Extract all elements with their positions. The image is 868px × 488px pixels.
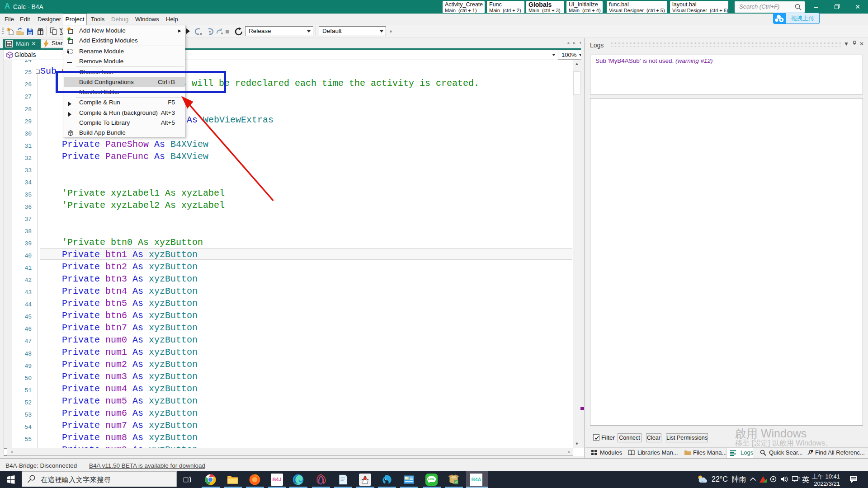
svg-text:✱: ✱ bbox=[7, 27, 10, 32]
svg-text:✱: ✱ bbox=[67, 37, 71, 42]
svg-text:✱: ✱ bbox=[67, 27, 71, 32]
